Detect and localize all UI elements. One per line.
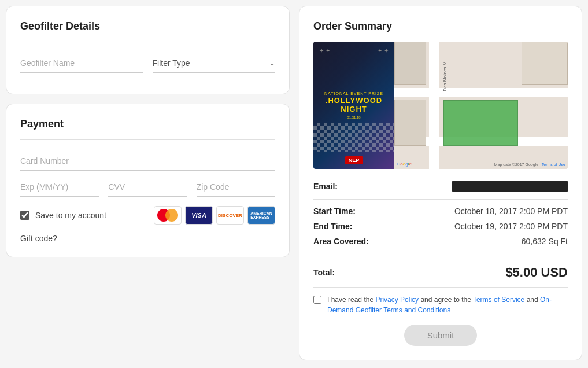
gift-code-link[interactable]: Gift code?: [20, 234, 275, 243]
filter-stars-right: ✦ ✦: [378, 47, 389, 54]
geofilter-details-card: Geofilter Details Filter Type ⌄: [6, 6, 290, 94]
geofilter-form-row: Filter Type ⌄: [20, 54, 275, 73]
zip-input[interactable]: [197, 178, 275, 197]
filter-main-text-1: .HOLLYWOOD: [326, 97, 382, 105]
terms-checkbox[interactable]: [313, 296, 321, 304]
card-logos: VISA DISCOVER AMERICANEXPRESS: [154, 206, 275, 225]
mastercard-logo: [154, 206, 182, 225]
filter-preview: ✦ ✦ ✦ ✦ NATIONAL EVENT PRIZE .HOLLYWOOD …: [313, 42, 394, 169]
zip-field[interactable]: [197, 178, 275, 197]
filter-bottom-logo: NEP: [345, 156, 363, 164]
map-background: Des Moines M Google Map data ©2017 Googl…: [394, 42, 568, 169]
filter-type-select[interactable]: Filter Type ⌄: [153, 54, 276, 73]
start-time-label: Start Time:: [313, 207, 356, 216]
card-number-field[interactable]: [20, 152, 275, 171]
filter-date-text: 01.31.18: [347, 116, 360, 119]
exp-input[interactable]: [20, 178, 99, 197]
area-row: Area Covered: 60,632 Sq Ft: [313, 237, 568, 246]
filter-event-text: NATIONAL EVENT PRIZE: [324, 91, 383, 95]
map-road-1: [429, 42, 439, 169]
geofilter-name-field[interactable]: [20, 54, 143, 73]
total-label: Total:: [313, 268, 335, 277]
order-divider-1: [313, 199, 568, 200]
card-number-row: [20, 152, 275, 171]
order-summary-title: Order Summary: [313, 20, 568, 32]
google-e: e: [409, 161, 411, 167]
start-time-row: Start Time: October 18, 2017 2:00 PM PDT: [313, 207, 568, 216]
area-label: Area Covered:: [313, 237, 369, 246]
terms-row: I have read the Privacy Policy and agree…: [313, 295, 568, 315]
submit-button[interactable]: Submit: [404, 325, 478, 346]
email-row: Email:: [313, 181, 568, 192]
save-account-checkbox[interactable]: [20, 211, 29, 220]
cvv-field[interactable]: [108, 178, 187, 197]
order-divider-3: [313, 287, 568, 288]
card-number-input[interactable]: [20, 152, 275, 171]
green-area-overlay: [443, 100, 518, 146]
discover-logo: DISCOVER: [216, 206, 244, 225]
map-building-1: [394, 42, 426, 85]
privacy-policy-link[interactable]: Privacy Policy: [375, 296, 419, 304]
map-terms-link[interactable]: Terms of Use: [542, 163, 565, 167]
map-building-3: [394, 100, 426, 146]
tos-link[interactable]: Terms of Service: [473, 296, 524, 304]
filter-stars-left: ✦ ✦: [319, 47, 330, 54]
order-summary-card: Order Summary ✦ ✦ ✦ ✦ NATIONAL EVENT PRI…: [299, 6, 582, 360]
filter-checkered-bg: [313, 123, 394, 152]
cvv-input[interactable]: [108, 178, 187, 197]
map-road-2: [394, 88, 568, 97]
terms-text-1: I have read the: [327, 296, 375, 304]
chevron-down-icon: ⌄: [269, 59, 275, 67]
payment-card: Payment Save to my accou: [6, 104, 290, 257]
terms-text-3: and: [524, 296, 540, 304]
amex-logo: AMERICANEXPRESS: [247, 206, 275, 225]
map-copyright: Map data ©2017 Google Terms of Use: [494, 163, 565, 167]
total-value: $5.00 USD: [505, 265, 568, 280]
geofilter-name-input[interactable]: [20, 54, 143, 73]
filter-main-text-2: NIGHT: [341, 105, 367, 113]
card-details-row: [20, 178, 275, 197]
start-time-value: October 18, 2017 2:00 PM PDT: [454, 207, 568, 216]
save-account-row: Save to my account VISA DISCOVER AMERICA…: [20, 206, 275, 225]
filter-preview-content: ✦ ✦ ✦ ✦ NATIONAL EVENT PRIZE .HOLLYWOOD …: [313, 42, 394, 169]
email-value-redacted: [452, 181, 568, 192]
save-account-label: Save to my account: [35, 211, 106, 220]
map-preview: Des Moines M Google Map data ©2017 Googl…: [394, 42, 568, 169]
terms-text-2: and agree to the: [419, 296, 473, 304]
divider: [20, 42, 275, 42]
email-label: Email:: [313, 182, 338, 191]
end-time-label: End Time:: [313, 222, 352, 231]
filter-type-label: Filter Type: [153, 58, 190, 68]
filter-type-field[interactable]: Filter Type ⌄: [153, 54, 276, 73]
end-time-value: October 19, 2017 2:00 PM PDT: [454, 222, 568, 231]
payment-divider: [20, 139, 275, 140]
map-street-label: Des Moines M: [442, 62, 448, 91]
terms-text: I have read the Privacy Policy and agree…: [327, 295, 568, 315]
order-divider-2: [313, 253, 568, 253]
exp-field[interactable]: [20, 178, 99, 197]
area-value: 60,632 Sq Ft: [522, 237, 568, 246]
payment-title: Payment: [20, 118, 275, 130]
total-row: Total: $5.00 USD: [313, 260, 568, 280]
end-time-row: End Time: October 19, 2017 2:00 PM PDT: [313, 222, 568, 231]
preview-container: ✦ ✦ ✦ ✦ NATIONAL EVENT PRIZE .HOLLYWOOD …: [313, 42, 568, 169]
map-data-text: Map data ©2017 Google: [494, 163, 538, 167]
google-watermark: Google: [397, 161, 412, 167]
geofilter-title: Geofilter Details: [20, 20, 275, 32]
visa-logo: VISA: [185, 206, 213, 225]
map-building-2: [522, 42, 568, 85]
mc-circle-right: [165, 209, 178, 222]
